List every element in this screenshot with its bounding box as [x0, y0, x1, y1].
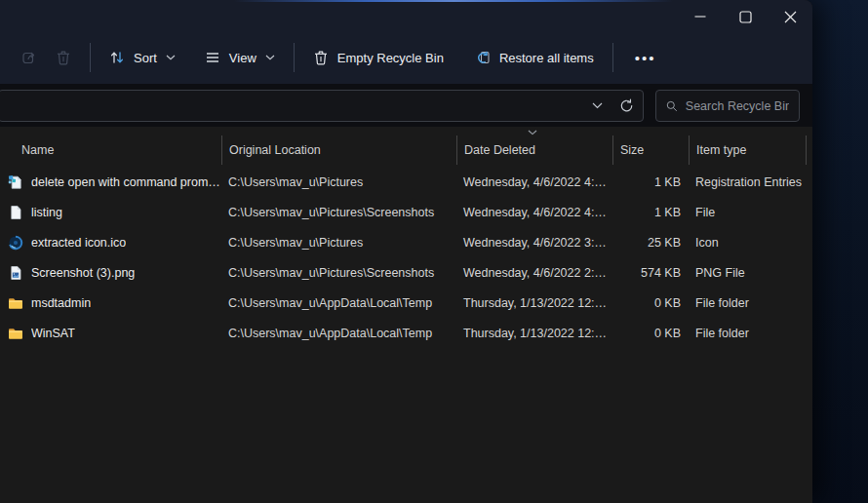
- address-dropdown-button[interactable]: [582, 93, 612, 120]
- toolbar-separator: [90, 43, 91, 72]
- share-button[interactable]: [14, 42, 47, 73]
- toolbar-separator: [294, 43, 295, 72]
- file-item-type: File folder: [689, 296, 807, 310]
- file-explorer-window: Sort View Empty: [0, 0, 812, 503]
- window-controls: [678, 2, 812, 31]
- share-icon: [22, 50, 38, 65]
- table-row[interactable]: extracted icon.ico C:\Users\mav_u\Pictur…: [0, 227, 812, 257]
- file-date-deleted: Thursday, 1/13/2022 12:28...: [456, 327, 612, 340]
- column-header-original-location[interactable]: Original Location: [221, 135, 456, 165]
- file-size: 0 KB: [612, 296, 689, 310]
- maximize-icon: [739, 11, 752, 23]
- file-name: extracted icon.ico: [31, 236, 126, 250]
- table-row[interactable]: WinSAT C:\Users\mav_u\AppData\Local\Temp…: [0, 318, 812, 348]
- file-name: Screenshot (3).png: [31, 266, 135, 280]
- maximize-button[interactable]: [723, 2, 768, 31]
- file-size: 1 KB: [612, 206, 689, 219]
- minimize-button[interactable]: [678, 2, 723, 31]
- file-item-type: File folder: [689, 327, 807, 340]
- file-date-deleted: Wednesday, 4/6/2022 4:18...: [456, 206, 612, 219]
- chevron-down-icon: [592, 102, 603, 109]
- file-item-type: Icon: [689, 236, 807, 250]
- file-size: 25 KB: [612, 236, 689, 250]
- file-item-type: File: [689, 206, 807, 219]
- file-name: listing: [31, 206, 62, 219]
- column-header-name[interactable]: Name: [0, 135, 221, 165]
- address-bar[interactable]: [0, 90, 644, 122]
- toolbar: Sort View Empty: [0, 31, 812, 84]
- file-size: 0 KB: [612, 327, 689, 340]
- file-name: msdtadmin: [31, 296, 91, 310]
- file-original-location: C:\Users\mav_u\Pictures\Screenshots: [221, 206, 456, 219]
- trash-icon: [313, 50, 329, 65]
- window-top-highlight: [234, 0, 673, 2]
- folder-icon: [8, 326, 23, 341]
- folder-icon: [8, 295, 23, 311]
- delete-button[interactable]: [47, 42, 80, 73]
- refresh-icon: [619, 98, 634, 113]
- sort-button[interactable]: Sort: [100, 42, 184, 73]
- file-original-location: C:\Users\mav_u\Pictures: [221, 175, 456, 189]
- address-row: [0, 84, 812, 127]
- file-icon: [8, 205, 23, 220]
- file-size: 574 KB: [612, 266, 689, 280]
- search-icon: [666, 99, 678, 113]
- column-header-date-deleted[interactable]: Date Deleted: [456, 135, 612, 165]
- column-header-item-type[interactable]: Item type: [689, 135, 807, 165]
- file-item-type: Registration Entries: [689, 175, 807, 189]
- table-row[interactable]: listing C:\Users\mav_u\Pictures\Screensh…: [0, 197, 812, 227]
- trash-icon: [56, 50, 71, 65]
- see-more-button[interactable]: •••: [623, 44, 668, 72]
- empty-recycle-bin-label: Empty Recycle Bin: [337, 51, 444, 65]
- file-name: delete open with command promp...: [31, 175, 221, 189]
- file-item-type: PNG File: [689, 266, 807, 280]
- empty-recycle-bin-button[interactable]: Empty Recycle Bin: [304, 42, 453, 73]
- refresh-button[interactable]: [612, 93, 641, 120]
- file-date-deleted: Wednesday, 4/6/2022 4:19...: [456, 175, 612, 189]
- table-row[interactable]: msdtadmin C:\Users\mav_u\AppData\Local\T…: [0, 288, 812, 318]
- window-header: Sort View Empty: [0, 0, 812, 84]
- registry-file-icon: [8, 174, 23, 190]
- file-date-deleted: Wednesday, 4/6/2022 3:58...: [456, 236, 612, 250]
- chevron-down-icon: [265, 55, 275, 60]
- file-date-deleted: Thursday, 1/13/2022 12:28...: [456, 296, 612, 310]
- sort-descending-icon: [528, 130, 537, 135]
- chevron-down-icon: [166, 55, 176, 60]
- file-name: WinSAT: [31, 327, 75, 340]
- restore-icon: [475, 50, 491, 65]
- column-header-size[interactable]: Size: [612, 135, 689, 165]
- close-button[interactable]: [768, 2, 812, 31]
- png-file-icon: [8, 265, 23, 281]
- file-size: 1 KB: [612, 175, 689, 189]
- table-row[interactable]: Screenshot (3).png C:\Users\mav_u\Pictur…: [0, 257, 812, 288]
- file-original-location: C:\Users\mav_u\Pictures: [221, 236, 456, 250]
- sort-icon: [109, 50, 125, 65]
- table-row[interactable]: delete open with command promp... C:\Use…: [0, 167, 812, 197]
- sort-button-label: Sort: [134, 51, 157, 65]
- view-button-label: View: [229, 51, 256, 65]
- file-original-location: C:\Users\mav_u\AppData\Local\Temp: [221, 327, 456, 340]
- view-list-icon: [205, 50, 220, 65]
- close-icon: [784, 11, 797, 23]
- file-rows: delete open with command promp... C:\Use…: [0, 167, 812, 348]
- restore-all-items-label: Restore all items: [499, 51, 594, 65]
- search-input[interactable]: [686, 99, 789, 113]
- view-button[interactable]: View: [196, 42, 284, 73]
- column-headers: Name Original Location Date Deleted Size…: [0, 135, 812, 165]
- file-original-location: C:\Users\mav_u\AppData\Local\Temp: [221, 296, 456, 310]
- file-date-deleted: Wednesday, 4/6/2022 2:10...: [456, 266, 612, 280]
- ico-file-icon: [8, 235, 23, 251]
- file-list-area: Name Original Location Date Deleted Size…: [0, 127, 812, 503]
- minimize-icon: [694, 11, 706, 22]
- ellipsis-icon: •••: [635, 50, 656, 66]
- search-box[interactable]: [655, 90, 800, 122]
- file-original-location: C:\Users\mav_u\Pictures\Screenshots: [221, 266, 456, 280]
- restore-all-items-button[interactable]: Restore all items: [466, 42, 603, 73]
- toolbar-separator: [612, 43, 613, 72]
